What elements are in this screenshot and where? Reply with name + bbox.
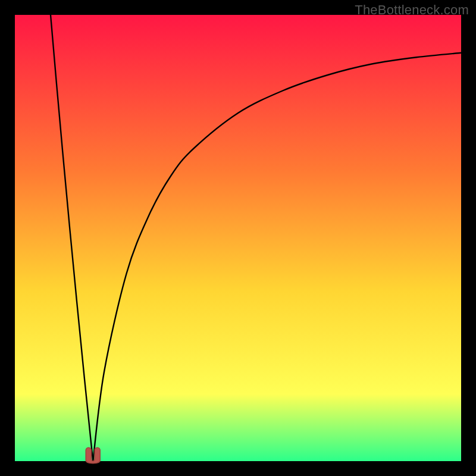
chart-svg — [0, 0, 476, 476]
plot-background-gradient — [15, 15, 461, 461]
watermark-text: TheBottleneck.com — [355, 2, 469, 18]
bottleneck-chart: TheBottleneck.com — [0, 0, 476, 476]
